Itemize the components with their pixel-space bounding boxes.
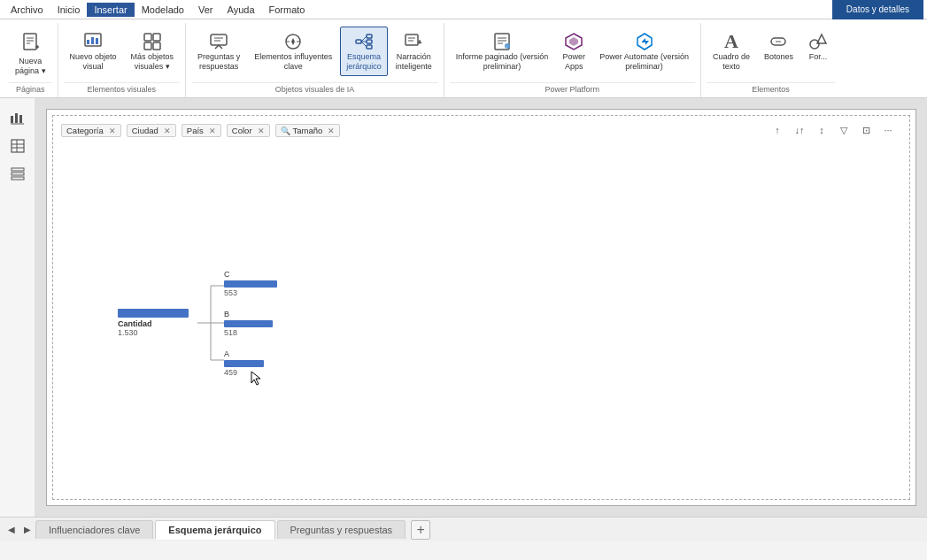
svg-rect-41 <box>15 113 18 123</box>
botones-icon <box>768 31 789 52</box>
svg-rect-12 <box>211 35 227 45</box>
power-platform-group-label: Power Platform <box>450 82 695 97</box>
left-sidebar <box>0 98 35 517</box>
formas-label: For... <box>809 52 828 62</box>
narracion-button[interactable]: Narracióninteligente <box>390 27 438 76</box>
menu-inicio[interactable]: Inicio <box>50 3 88 17</box>
svg-rect-6 <box>91 37 94 44</box>
mas-objetos-button[interactable]: Más objetosvisuales ▾ <box>125 27 181 76</box>
svg-rect-50 <box>12 177 24 180</box>
sort-down-button[interactable]: ↓↑ <box>790 120 809 140</box>
power-apps-icon <box>563 31 584 52</box>
svg-rect-10 <box>144 42 151 50</box>
chart-node-a-bar <box>224 360 264 367</box>
chart-node-b-letter: B <box>224 310 277 318</box>
chart-node-a-bar-row <box>224 360 277 367</box>
ribbon: Nuevapágina ▾ Páginas Nuevo objetovisual <box>0 19 927 98</box>
preguntas-icon <box>208 31 229 52</box>
menu-ver[interactable]: Ver <box>191 3 220 17</box>
tab-nav-next[interactable]: ▶ <box>19 522 35 538</box>
tamano-x[interactable]: ✕ <box>328 127 335 135</box>
cuadro-texto-label: Cuadro detexto <box>713 52 750 72</box>
chart-node-c-letter: C <box>224 270 277 279</box>
botones-button[interactable]: Botones <box>758 27 800 66</box>
svg-rect-44 <box>12 140 24 152</box>
tab-esquema[interactable]: Esquema jerárquico <box>155 520 274 540</box>
ribbon-group-paginas: Nuevapágina ▾ Páginas <box>4 23 58 97</box>
informe-label: Informe paginado (versiónpreliminar) <box>456 52 549 72</box>
svg-rect-20 <box>367 40 372 43</box>
ribbon-group-power-platform: i Informe paginado (versiónpreliminar) P… <box>444 23 701 97</box>
tamano-search-icon: 🔍 <box>281 127 290 135</box>
sidebar-icon-table[interactable] <box>4 134 31 158</box>
cuadro-texto-button[interactable]: A Cuadro detexto <box>707 27 756 76</box>
sort-up-button[interactable]: ↑ <box>768 120 787 140</box>
esquema-jerarquico-button[interactable]: Esquemajerárquico <box>340 27 388 76</box>
tab-nav-prev[interactable]: ◀ <box>4 522 19 538</box>
svg-rect-42 <box>19 115 22 123</box>
chart-left-label: Cantidad <box>118 319 152 328</box>
formas-button[interactable]: For... <box>801 27 835 66</box>
pais-label: País <box>187 126 204 135</box>
color-x[interactable]: ✕ <box>258 127 265 135</box>
mas-objetos-icon <box>142 31 163 52</box>
power-apps-button[interactable]: PowerApps <box>556 27 591 76</box>
nueva-pagina-button[interactable]: Nuevapágina ▾ <box>9 27 52 81</box>
chart-node-c-bar <box>224 280 277 288</box>
field-pill-color[interactable]: Color ✕ <box>227 124 270 137</box>
chart-node-b-bar <box>224 320 273 327</box>
pais-x[interactable]: ✕ <box>209 127 216 135</box>
chart-left-node: Cantidad 1.530 <box>118 309 189 337</box>
menu-insertar[interactable]: Insertar <box>87 3 134 17</box>
preguntas-respuestas-button[interactable]: Preguntas yrespuestas <box>191 27 246 76</box>
field-pill-categoria[interactable]: Categoría ✕ <box>61 124 121 137</box>
canvas-toolbar: ↑ ↓↑ ↕ ▽ ⊡ ··· <box>768 120 898 140</box>
menu-archivo[interactable]: Archivo <box>4 3 50 17</box>
ciudad-x[interactable]: ✕ <box>164 127 171 135</box>
menu-ayuda[interactable]: Ayuda <box>220 3 262 17</box>
more-options-button[interactable]: ··· <box>878 120 898 140</box>
field-pill-pais[interactable]: País ✕ <box>182 124 221 137</box>
power-automate-button[interactable]: Power Automate (versiónpreliminar) <box>593 27 695 76</box>
svg-rect-21 <box>367 45 372 49</box>
svg-rect-8 <box>144 34 151 41</box>
elementos-influyentes-label: Elementos influyentesclave <box>254 52 332 72</box>
formas-icon <box>807 31 829 52</box>
chart-left-value: 1.530 <box>118 328 138 337</box>
power-apps-label: PowerApps <box>563 52 586 72</box>
tab-influenciadores[interactable]: Influenciadores clave <box>35 520 153 539</box>
menu-modelado[interactable]: Modelado <box>135 3 191 17</box>
informe-paginado-button[interactable]: i Informe paginado (versiónpreliminar) <box>450 27 555 76</box>
tab-add-button[interactable]: + <box>411 520 430 540</box>
nueva-pagina-icon <box>19 31 41 52</box>
chart-node-b-value: 518 <box>224 328 277 337</box>
menu-formato[interactable]: Formato <box>262 3 313 17</box>
esquema-icon <box>353 31 375 52</box>
ribbon-group-elementos: Nuevo objetovisual Más objetosvisuales ▾… <box>58 23 187 97</box>
svg-rect-25 <box>406 35 418 45</box>
field-pill-tamano[interactable]: 🔍 Tamaño ✕ <box>275 124 341 137</box>
nuevo-objeto-button[interactable]: Nuevo objetovisual <box>64 27 123 76</box>
field-pill-ciudad[interactable]: Ciudad ✕ <box>127 124 176 137</box>
bottom-tabs-bar: ◀ ▶ Influenciadores clave Esquema jerárq… <box>0 517 927 541</box>
svg-rect-40 <box>11 116 13 123</box>
chart-right-node-a: A 459 <box>224 349 277 377</box>
sidebar-icon-barchart[interactable] <box>4 105 31 130</box>
filter-button[interactable]: ▽ <box>834 120 854 140</box>
ribbon-group-ia: Preguntas yrespuestas Elementos influyen… <box>186 23 444 97</box>
categoria-x[interactable]: ✕ <box>109 127 116 135</box>
elementos-influyentes-button[interactable]: Elementos influyentesclave <box>248 27 338 76</box>
botones-label: Botones <box>764 52 793 62</box>
svg-rect-7 <box>96 38 98 44</box>
focus-button[interactable]: ⊡ <box>856 120 876 140</box>
canvas[interactable]: ↑ ↓↑ ↕ ▽ ⊡ ··· Categoría ✕ Ciudad ✕ País <box>46 109 916 506</box>
expand-button[interactable]: ↕ <box>812 120 831 140</box>
chart-node-a-value: 459 <box>224 368 277 377</box>
menubar: Archivo Inicio Insertar Modelado Ver Ayu… <box>0 0 927 19</box>
contextual-tab-header: Datos y detalles <box>832 0 923 19</box>
preguntas-label: Preguntas yrespuestas <box>197 52 240 72</box>
sidebar-icon-data[interactable] <box>4 162 31 187</box>
tab-preguntas[interactable]: Preguntas y respuestas <box>277 520 406 539</box>
connector-svg <box>197 270 224 376</box>
text-elements-group-label: Elementos <box>707 82 835 97</box>
